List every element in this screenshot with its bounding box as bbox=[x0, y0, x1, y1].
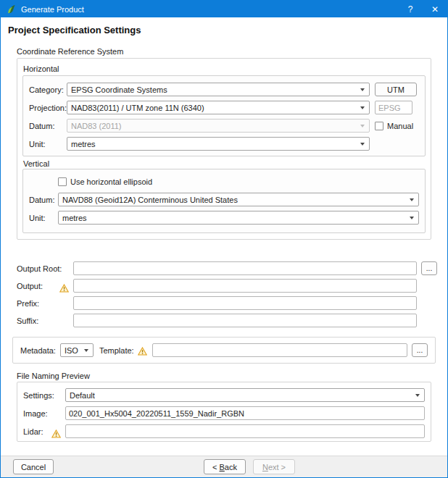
image-name-input[interactable] bbox=[65, 406, 425, 420]
epsg-code-input[interactable] bbox=[375, 101, 412, 114]
horizontal-datum-select: NAD83 (2011) bbox=[67, 119, 370, 133]
output-root-label: Output Root: bbox=[17, 264, 62, 273]
output-root-input[interactable] bbox=[73, 261, 417, 275]
titlebar: Generate Product ? ✕ bbox=[1, 1, 447, 17]
crs-groupbox: Horizontal Category: EPSG Coordinate Sys… bbox=[17, 58, 431, 240]
warning-icon bbox=[138, 347, 147, 356]
manual-checkbox[interactable] bbox=[375, 122, 383, 130]
vertical-unit-row: Unit: metres bbox=[29, 211, 419, 225]
generate-product-dialog: Generate Product ? ✕ Project Specificati… bbox=[0, 0, 448, 478]
image-label: Image: bbox=[23, 409, 48, 418]
settings-label: Settings: bbox=[23, 391, 54, 400]
output-root-row: Output Root: bbox=[17, 261, 417, 275]
horizontal-datum-row: Datum: NAD83 (2011) Manual bbox=[29, 119, 419, 133]
caret-down-icon bbox=[360, 125, 365, 127]
vertical-datum-select[interactable]: NAVD88 (Geoid12A) Conterminous United St… bbox=[58, 193, 419, 206]
use-ellipsoid-row: Use horizontal ellipsoid bbox=[29, 175, 419, 188]
horizontal-group-label: Horizontal bbox=[23, 64, 59, 73]
category-select[interactable]: EPSG Coordinate Systems bbox=[67, 83, 370, 96]
metadata-type-select[interactable]: ISO bbox=[60, 343, 94, 357]
back-button[interactable]: < Back bbox=[204, 459, 246, 474]
lidar-label: Lidar: bbox=[23, 427, 43, 436]
cancel-button[interactable]: Cancel bbox=[13, 459, 54, 474]
output-row: Output: bbox=[17, 279, 417, 293]
horizontal-unit-row: Unit: metres bbox=[29, 137, 419, 151]
warning-icon bbox=[51, 429, 61, 438]
datum-label: Datum: bbox=[29, 122, 67, 130]
template-browse-button[interactable]: ... bbox=[412, 343, 428, 357]
settings-row: Settings: Default bbox=[23, 388, 425, 402]
vertical-unit-select[interactable]: metres bbox=[58, 211, 419, 225]
crs-section-label: Coordinate Reference System bbox=[17, 47, 123, 56]
vertical-groupbox: Use horizontal ellipsoid Datum: NAVD88 (… bbox=[22, 169, 426, 233]
help-button[interactable]: ? bbox=[398, 1, 423, 17]
projection-label: Projection: bbox=[29, 104, 67, 112]
window-title: Generate Product bbox=[21, 5, 84, 14]
image-row: Image: bbox=[23, 406, 425, 420]
lidar-name-input[interactable] bbox=[65, 424, 425, 438]
template-label: Template: bbox=[99, 346, 134, 355]
caret-down-icon bbox=[415, 394, 420, 397]
category-label: Category: bbox=[29, 85, 67, 94]
use-horizontal-ellipsoid-checkbox[interactable] bbox=[58, 177, 67, 186]
caret-down-icon bbox=[410, 198, 414, 201]
close-button[interactable]: ✕ bbox=[423, 1, 447, 17]
category-row: Category: EPSG Coordinate Systems UTM bbox=[29, 83, 419, 96]
settings-select[interactable]: Default bbox=[65, 388, 425, 402]
vertical-datum-row: Datum: NAVD88 (Geoid12A) Conterminous Un… bbox=[29, 193, 419, 206]
prefix-row: Prefix: bbox=[17, 296, 417, 310]
next-button: Next > bbox=[253, 459, 295, 474]
caret-down-icon bbox=[84, 349, 88, 352]
datum-label: Datum: bbox=[29, 196, 58, 204]
projection-select[interactable]: NAD83(2011) / UTM zone 11N (6340) bbox=[67, 101, 370, 114]
horizontal-groupbox: Category: EPSG Coordinate Systems UTM Pr… bbox=[22, 75, 426, 156]
unit-label: Unit: bbox=[29, 140, 67, 148]
caret-down-icon bbox=[360, 143, 365, 146]
file-naming-groupbox: Settings: Default Image: Lidar: bbox=[17, 382, 431, 442]
prefix-input[interactable] bbox=[73, 296, 417, 310]
caret-down-icon bbox=[360, 106, 365, 109]
prefix-label: Prefix: bbox=[17, 299, 39, 308]
template-input[interactable] bbox=[152, 343, 407, 357]
suffix-row: Suffix: bbox=[17, 314, 417, 327]
utm-button[interactable]: UTM bbox=[375, 83, 417, 96]
footer-bar: Cancel < Back Next > bbox=[1, 456, 447, 477]
manual-checkbox-label: Manual bbox=[387, 122, 413, 130]
caret-down-icon bbox=[410, 217, 414, 219]
suffix-label: Suffix: bbox=[17, 316, 38, 325]
output-label: Output: bbox=[17, 282, 43, 290]
caret-down-icon bbox=[360, 88, 365, 91]
use-horizontal-ellipsoid-label: Use horizontal ellipsoid bbox=[70, 177, 152, 186]
warning-icon bbox=[59, 284, 69, 293]
vertical-group-label: Vertical bbox=[23, 159, 49, 168]
projection-row: Projection: NAD83(2011) / UTM zone 11N (… bbox=[29, 101, 419, 114]
page-title: Project Specification Settings bbox=[8, 25, 141, 35]
suffix-input[interactable] bbox=[73, 314, 417, 327]
output-input[interactable] bbox=[73, 279, 417, 293]
unit-label: Unit: bbox=[29, 214, 58, 222]
file-naming-section-label: File Naming Preview bbox=[17, 372, 90, 380]
lidar-row: Lidar: bbox=[23, 424, 425, 438]
app-leaf-icon bbox=[6, 4, 17, 14]
horizontal-unit-select[interactable]: metres bbox=[67, 137, 370, 151]
output-root-browse-button[interactable]: ... bbox=[421, 261, 437, 275]
metadata-groupbox: Metadata: ISO Template: ... bbox=[12, 337, 436, 364]
metadata-label: Metadata: bbox=[20, 346, 56, 355]
